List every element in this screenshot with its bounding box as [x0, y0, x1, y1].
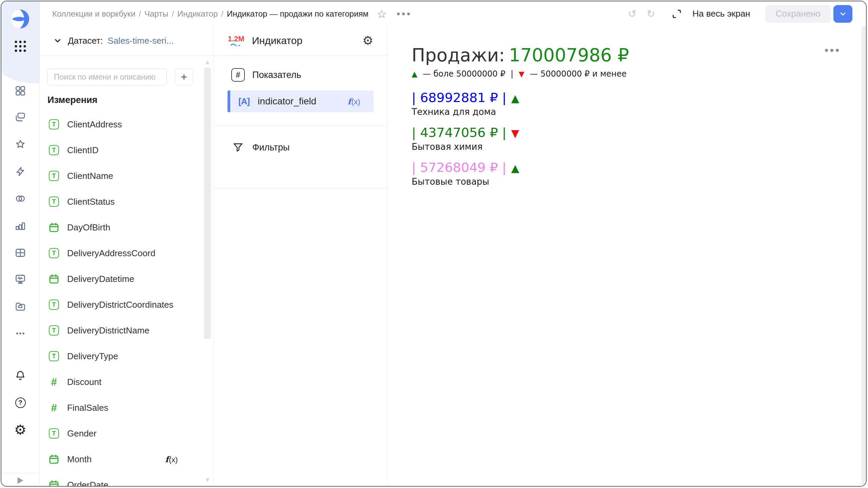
breadcrumb-collections[interactable]: Коллекции и воркбуки [52, 9, 135, 19]
favorite-star-icon[interactable]: ☆ [377, 8, 387, 20]
indicator-total-value: 170007986 ₽ [509, 45, 629, 65]
datalens-logo[interactable] [10, 9, 31, 29]
field-type-icon [48, 453, 60, 465]
search-input[interactable] [47, 68, 167, 85]
field-type-icon: T [48, 350, 60, 362]
field-name: Discount [67, 377, 101, 387]
chart-settings-gear-icon[interactable]: ⚙ [362, 35, 373, 47]
indicator-block: | 57268049 ₽ |▲ Бытовые товары [412, 160, 629, 187]
collections-icon[interactable] [14, 110, 27, 124]
storage-icon[interactable] [14, 300, 27, 313]
down-triangle-icon: ▼ [519, 70, 525, 78]
more-icon[interactable] [14, 327, 27, 340]
fullscreen-icon[interactable] [671, 8, 682, 19]
save-button[interactable]: Сохранено [765, 5, 831, 23]
field-type-icon [48, 479, 60, 486]
add-field-button[interactable]: + [175, 68, 193, 85]
expand-rail-icon[interactable] [18, 477, 23, 484]
field-name: DeliveryDatetime [67, 274, 134, 284]
dataset-scrollbar[interactable]: ▲ ▼ [204, 58, 211, 486]
favorites-icon[interactable] [14, 138, 27, 151]
scroll-down-icon[interactable]: ▼ [205, 477, 210, 483]
indicator-category-label: Бытовые товары [412, 177, 629, 187]
dataset-field-row[interactable]: OrderDate [39, 472, 204, 486]
field-name: FinalSales [67, 403, 108, 413]
chevron-down-icon[interactable] [53, 36, 62, 45]
connections-icon[interactable] [14, 192, 27, 205]
breadcrumb-indicator[interactable]: Индикатор [177, 9, 218, 19]
save-dropdown-button[interactable] [833, 5, 852, 23]
redo-icon[interactable]: ↻ [647, 9, 655, 19]
chart-config-panel: 1.2M Индикатор ⚙ # Показатель [A] indica… [214, 26, 388, 486]
charts-icon[interactable] [14, 219, 27, 232]
breadcrumb-charts[interactable]: Чарты [144, 9, 168, 19]
all-services-icon[interactable] [15, 41, 26, 52]
chart-more-icon[interactable] [825, 49, 839, 52]
undo-icon[interactable]: ↺ [628, 9, 636, 19]
app-window: ? ⚙ Коллекции и воркбуки / Чарты / Индик… [1, 1, 867, 487]
dataset-field-row[interactable]: T ClientStatus [39, 189, 204, 215]
topbar-actions: ↺ ↻ На весь экран Сохранено [628, 1, 852, 26]
section-divider [214, 125, 388, 125]
breadcrumb-separator: / [172, 9, 174, 19]
field-name: DeliveryDistrictCoordinates [67, 300, 174, 310]
field-name: Month [67, 454, 92, 465]
field-type-icon [48, 222, 60, 233]
breadcrumb-separator: / [139, 9, 141, 19]
indicator-chart-icon: 1.2M [228, 35, 244, 46]
dataset-field-row[interactable]: T Gender [39, 421, 204, 446]
dataset-field-row[interactable]: DeliveryDatetime [39, 266, 204, 292]
dataset-field-row[interactable]: T DeliveryType [39, 343, 204, 369]
dataset-field-row[interactable]: T ClientName [39, 163, 204, 189]
field-type-icon [48, 273, 60, 285]
dataset-name-link[interactable]: Sales-time-seri... [107, 36, 174, 46]
field-type-icon: T [48, 144, 60, 156]
scroll-up-icon[interactable]: ▲ [205, 60, 210, 65]
field-type-icon: T [48, 428, 60, 439]
indicator-value-line: | 43747056 ₽ |▼ [412, 125, 629, 141]
field-type-icon: # [48, 376, 60, 388]
field-name: ClientStatus [67, 197, 115, 207]
dataset-field-row[interactable]: # Discount [39, 369, 204, 395]
field-name: Gender [67, 428, 97, 439]
canvas-scrollbar[interactable] [862, 26, 866, 486]
notifications-icon[interactable] [14, 369, 27, 382]
chart-type-selector[interactable]: Индикатор [252, 35, 302, 46]
dataset-field-row[interactable]: T DeliveryAddressCoord [39, 240, 204, 266]
settings-icon[interactable]: ⚙ [14, 423, 27, 436]
dataset-field-row[interactable]: # FinalSales [39, 395, 204, 421]
field-type-icon: T [48, 196, 60, 207]
dashboards-icon[interactable] [14, 246, 27, 260]
workbooks-icon[interactable] [14, 84, 27, 98]
dataset-field-row[interactable]: DayOfBirth [39, 215, 204, 240]
fullscreen-label[interactable]: На весь экран [692, 8, 750, 19]
dataset-panel-header: Датасет: Sales-time-seri... [39, 26, 214, 56]
dataset-field-row[interactable]: T ClientID [39, 137, 204, 163]
breadcrumb: Коллекции и воркбуки / Чарты / Индикатор… [52, 8, 410, 20]
dataset-field-row[interactable]: T DeliveryDistrictName [39, 318, 204, 343]
indicator-category-label: Бытовая химия [412, 142, 629, 152]
monitoring-icon[interactable] [14, 272, 27, 286]
indicator-chart: Продажи:170007986 ₽ ▲ — боле 50000000 ₽ … [412, 45, 629, 195]
left-navigation-rail: ? ⚙ [1, 1, 40, 486]
breadcrumb-separator: / [221, 9, 223, 19]
dataset-field-row[interactable]: T DeliveryDistrictCoordinates [39, 292, 204, 318]
field-name: DeliveryType [67, 351, 118, 362]
indicator-value: | 43747056 ₽ | [412, 125, 506, 140]
indicator-block: | 68992881 ₽ |▲ Техника для дома [412, 90, 629, 117]
more-icon[interactable] [397, 13, 410, 15]
quick-actions-icon[interactable] [14, 165, 27, 178]
dataset-field-row[interactable]: T ClientAddress [39, 111, 204, 137]
help-icon[interactable]: ? [14, 396, 27, 409]
measure-field-pill[interactable]: [A] indicator_field f(x) [228, 90, 374, 112]
scrollbar-thumb[interactable] [204, 68, 211, 339]
field-type-icon: T [48, 170, 60, 182]
chart-preview-canvas: Продажи:170007986 ₽ ▲ — боле 50000000 ₽ … [388, 26, 866, 486]
indicator-category-label: Техника для дома [412, 107, 629, 117]
indicator-values: | 68992881 ₽ |▲ Техника для дома | 43747… [412, 90, 629, 187]
indicator-block: | 43747056 ₽ |▼ Бытовая химия [412, 125, 629, 152]
measure-field-name: indicator_field [258, 96, 316, 107]
indicator-legend: ▲ — боле 50000000 ₽ | ▼ — 50000000 ₽ и м… [412, 69, 629, 79]
dataset-field-row[interactable]: Month f(x) [39, 446, 204, 472]
dataset-field-list: T ClientAddress T ClientID T ClientName … [39, 111, 204, 486]
